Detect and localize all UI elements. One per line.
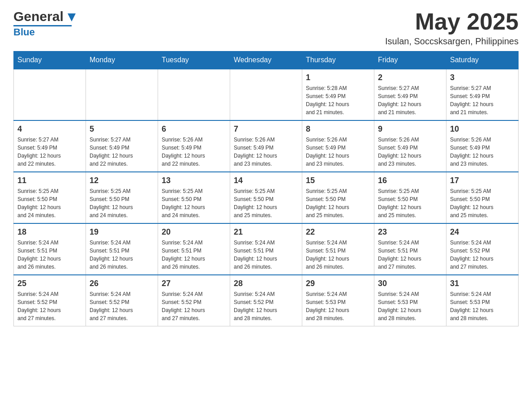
calendar-cell: 18Sunrise: 5:24 AM Sunset: 5:51 PM Dayli… [14,223,86,275]
calendar-cell: 5Sunrise: 5:27 AM Sunset: 5:49 PM Daylig… [86,120,158,172]
weekday-header-monday: Monday [86,51,158,69]
day-number: 13 [162,176,226,185]
calendar-cell: 27Sunrise: 5:24 AM Sunset: 5:52 PM Dayli… [158,275,230,326]
day-info: Sunrise: 5:25 AM Sunset: 5:50 PM Dayligh… [234,187,298,219]
day-info: Sunrise: 5:24 AM Sunset: 5:52 PM Dayligh… [17,290,82,322]
day-number: 25 [17,279,82,288]
day-info: Sunrise: 5:24 AM Sunset: 5:51 PM Dayligh… [378,239,442,271]
day-info: Sunrise: 5:27 AM Sunset: 5:49 PM Dayligh… [450,84,515,116]
day-info: Sunrise: 5:26 AM Sunset: 5:49 PM Dayligh… [234,136,298,168]
svg-marker-0 [68,13,76,21]
weekday-header-thursday: Thursday [302,51,374,69]
day-info: Sunrise: 5:24 AM Sunset: 5:52 PM Dayligh… [90,290,154,322]
logo-triangle-icon [68,13,76,21]
day-info: Sunrise: 5:24 AM Sunset: 5:52 PM Dayligh… [234,290,298,322]
logo-blue-text: Blue [13,26,35,38]
day-number: 12 [90,176,154,185]
week-row-1: 1Sunrise: 5:28 AM Sunset: 5:49 PM Daylig… [14,69,519,120]
day-info: Sunrise: 5:27 AM Sunset: 5:49 PM Dayligh… [90,136,154,168]
day-number: 1 [306,73,370,82]
calendar-cell: 20Sunrise: 5:24 AM Sunset: 5:51 PM Dayli… [158,223,230,275]
day-info: Sunrise: 5:24 AM Sunset: 5:51 PM Dayligh… [306,239,370,271]
calendar-cell: 26Sunrise: 5:24 AM Sunset: 5:52 PM Dayli… [86,275,158,326]
calendar-cell: 14Sunrise: 5:25 AM Sunset: 5:50 PM Dayli… [230,172,302,223]
calendar-cell: 17Sunrise: 5:25 AM Sunset: 5:50 PM Dayli… [446,172,519,223]
day-number: 21 [234,227,298,237]
day-info: Sunrise: 5:24 AM Sunset: 5:53 PM Dayligh… [306,290,370,322]
calendar-cell [86,69,158,120]
day-info: Sunrise: 5:24 AM Sunset: 5:51 PM Dayligh… [234,239,298,271]
day-info: Sunrise: 5:26 AM Sunset: 5:49 PM Dayligh… [378,136,442,168]
day-number: 24 [450,227,515,237]
weekday-header-wednesday: Wednesday [230,51,302,69]
day-number: 14 [234,176,298,185]
day-info: Sunrise: 5:25 AM Sunset: 5:50 PM Dayligh… [450,187,515,219]
weekday-header-friday: Friday [374,51,446,69]
day-number: 4 [17,124,82,134]
day-number: 28 [234,279,298,288]
calendar-cell: 24Sunrise: 5:24 AM Sunset: 5:52 PM Dayli… [446,223,519,275]
calendar-cell: 22Sunrise: 5:24 AM Sunset: 5:51 PM Dayli… [302,223,374,275]
day-info: Sunrise: 5:26 AM Sunset: 5:49 PM Dayligh… [306,136,370,168]
page-header: General Blue May 2025 Isulan, Soccsksarg… [13,9,519,47]
calendar-cell: 8Sunrise: 5:26 AM Sunset: 5:49 PM Daylig… [302,120,374,172]
day-info: Sunrise: 5:25 AM Sunset: 5:50 PM Dayligh… [162,187,226,219]
calendar-cell: 19Sunrise: 5:24 AM Sunset: 5:51 PM Dayli… [86,223,158,275]
day-info: Sunrise: 5:24 AM Sunset: 5:51 PM Dayligh… [17,239,82,271]
day-number: 6 [162,124,226,134]
day-info: Sunrise: 5:24 AM Sunset: 5:52 PM Dayligh… [162,290,226,322]
day-number: 16 [378,176,442,185]
weekday-header-tuesday: Tuesday [158,51,230,69]
calendar-cell: 12Sunrise: 5:25 AM Sunset: 5:50 PM Dayli… [86,172,158,223]
day-number: 27 [162,279,226,288]
day-number: 11 [17,176,82,185]
day-info: Sunrise: 5:27 AM Sunset: 5:49 PM Dayligh… [17,136,82,168]
day-info: Sunrise: 5:28 AM Sunset: 5:49 PM Dayligh… [306,84,370,116]
title-area: May 2025 Isulan, Soccsksargen, Philippin… [385,9,519,47]
month-title: May 2025 [385,9,519,34]
calendar-cell: 13Sunrise: 5:25 AM Sunset: 5:50 PM Dayli… [158,172,230,223]
day-info: Sunrise: 5:24 AM Sunset: 5:53 PM Dayligh… [450,290,515,322]
calendar-cell: 10Sunrise: 5:26 AM Sunset: 5:49 PM Dayli… [446,120,519,172]
week-row-2: 4Sunrise: 5:27 AM Sunset: 5:49 PM Daylig… [14,120,519,172]
day-number: 8 [306,124,370,134]
day-info: Sunrise: 5:24 AM Sunset: 5:53 PM Dayligh… [378,290,442,322]
calendar-cell: 31Sunrise: 5:24 AM Sunset: 5:53 PM Dayli… [446,275,519,326]
day-number: 22 [306,227,370,237]
calendar-cell [14,69,86,120]
calendar-cell: 30Sunrise: 5:24 AM Sunset: 5:53 PM Dayli… [374,275,446,326]
calendar-cell: 11Sunrise: 5:25 AM Sunset: 5:50 PM Dayli… [14,172,86,223]
calendar-table: SundayMondayTuesdayWednesdayThursdayFrid… [13,51,519,326]
day-info: Sunrise: 5:26 AM Sunset: 5:49 PM Dayligh… [162,136,226,168]
day-number: 30 [378,279,442,288]
day-number: 10 [450,124,515,134]
day-number: 3 [450,73,515,82]
day-number: 7 [234,124,298,134]
calendar-cell [158,69,230,120]
calendar-cell: 3Sunrise: 5:27 AM Sunset: 5:49 PM Daylig… [446,69,519,120]
calendar-cell [230,69,302,120]
day-info: Sunrise: 5:25 AM Sunset: 5:50 PM Dayligh… [306,187,370,219]
day-number: 20 [162,227,226,237]
day-number: 26 [90,279,154,288]
calendar-cell: 15Sunrise: 5:25 AM Sunset: 5:50 PM Dayli… [302,172,374,223]
week-row-3: 11Sunrise: 5:25 AM Sunset: 5:50 PM Dayli… [14,172,519,223]
day-number: 15 [306,176,370,185]
day-info: Sunrise: 5:24 AM Sunset: 5:52 PM Dayligh… [450,239,515,271]
day-number: 19 [90,227,154,237]
calendar-cell: 7Sunrise: 5:26 AM Sunset: 5:49 PM Daylig… [230,120,302,172]
calendar-cell: 1Sunrise: 5:28 AM Sunset: 5:49 PM Daylig… [302,69,374,120]
day-number: 29 [306,279,370,288]
calendar-cell: 2Sunrise: 5:27 AM Sunset: 5:49 PM Daylig… [374,69,446,120]
week-row-5: 25Sunrise: 5:24 AM Sunset: 5:52 PM Dayli… [14,275,519,326]
day-info: Sunrise: 5:24 AM Sunset: 5:51 PM Dayligh… [162,239,226,271]
day-info: Sunrise: 5:26 AM Sunset: 5:49 PM Dayligh… [450,136,515,168]
calendar-cell: 29Sunrise: 5:24 AM Sunset: 5:53 PM Dayli… [302,275,374,326]
logo: General Blue [13,9,76,38]
day-info: Sunrise: 5:25 AM Sunset: 5:50 PM Dayligh… [378,187,442,219]
day-number: 5 [90,124,154,134]
weekday-header-saturday: Saturday [446,51,519,69]
day-number: 23 [378,227,442,237]
day-number: 9 [378,124,442,134]
week-row-4: 18Sunrise: 5:24 AM Sunset: 5:51 PM Dayli… [14,223,519,275]
